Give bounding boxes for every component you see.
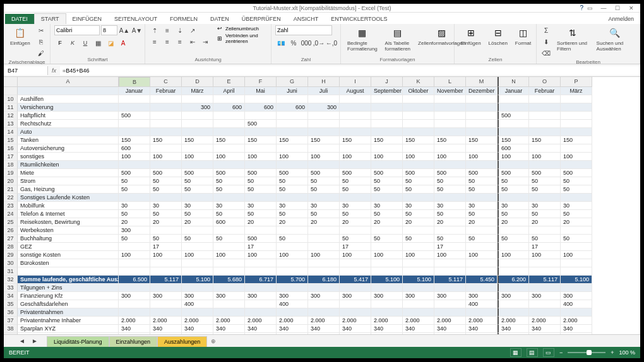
row-header[interactable]: 26 [4, 226, 18, 235]
cell[interactable]: 50 [340, 210, 371, 218]
cell[interactable] [434, 103, 466, 112]
cell[interactable]: 500 [119, 169, 150, 177]
cell[interactable]: 600 [277, 103, 308, 112]
cell[interactable]: 50 [340, 185, 371, 194]
fx-icon[interactable]: fx [48, 67, 60, 74]
cell[interactable]: 100 [182, 153, 213, 161]
orientation-icon[interactable]: ↗ [187, 25, 198, 35]
cell[interactable] [434, 226, 466, 235]
cell[interactable]: 100 [277, 251, 308, 259]
cell[interactable] [308, 128, 340, 136]
cell[interactable]: 500 [119, 112, 150, 120]
row-header[interactable] [4, 87, 18, 95]
cell[interactable]: 50 [466, 185, 498, 194]
cell[interactable]: 300 [308, 292, 340, 300]
tab-insert[interactable]: EINFÜGEN [66, 14, 109, 24]
cell[interactable] [119, 95, 150, 103]
cell[interactable] [466, 243, 498, 251]
align-top-icon[interactable]: ⇡ [149, 25, 160, 35]
cell[interactable] [371, 284, 403, 292]
cell[interactable] [529, 161, 561, 169]
cell[interactable] [150, 194, 182, 202]
cell[interactable] [245, 112, 277, 120]
col-header[interactable]: H [308, 77, 340, 87]
cell[interactable] [213, 226, 245, 235]
cell[interactable]: 2.000 [434, 317, 466, 325]
sheet-nav-prev-icon[interactable]: ◄ [16, 336, 28, 346]
cell[interactable]: 30 [182, 202, 213, 210]
cell[interactable] [245, 300, 277, 308]
cell[interactable]: 2.000 [466, 317, 498, 325]
cell[interactable]: 17 [529, 243, 561, 251]
row-label[interactable]: Telefon & Internet [18, 210, 119, 218]
cell[interactable]: 50 [213, 210, 245, 218]
cell[interactable]: 50 [529, 177, 561, 185]
cut-icon[interactable]: ✂ [35, 25, 47, 35]
cell[interactable]: 500 [245, 169, 277, 177]
row-label[interactable]: Aushilfen [18, 95, 119, 103]
font-color-icon[interactable]: A [117, 38, 129, 48]
cell[interactable] [340, 95, 371, 103]
page-break-view-icon[interactable]: ▭ [543, 348, 554, 357]
cell[interactable]: 20 [150, 218, 182, 226]
cell[interactable]: 25 [150, 333, 182, 334]
row-header[interactable]: 23 [4, 202, 18, 210]
row-label[interactable]: Mobilfunk [18, 202, 119, 210]
cell[interactable]: 25 [466, 333, 498, 334]
cell[interactable]: 20 [498, 218, 529, 226]
cell[interactable]: 25 [561, 333, 592, 334]
select-all[interactable] [4, 77, 18, 87]
format-cells-button[interactable]: ◫Format [513, 25, 534, 47]
cell[interactable]: 100 [371, 251, 403, 259]
cell[interactable] [466, 112, 498, 120]
row-label[interactable] [18, 267, 119, 276]
cell[interactable]: 50 [466, 210, 498, 218]
cell[interactable]: 50 [119, 177, 150, 185]
cell[interactable]: 100 [213, 153, 245, 161]
cell[interactable]: 100 [403, 153, 434, 161]
cell[interactable] [561, 161, 592, 169]
cell[interactable] [308, 235, 340, 243]
cell[interactable]: 50 [245, 185, 277, 194]
cell[interactable]: 300 [371, 292, 403, 300]
cell[interactable] [529, 112, 561, 120]
close-icon[interactable]: ✕ [625, 4, 638, 12]
cell[interactable]: 6.180 [308, 276, 340, 284]
cell[interactable] [403, 161, 434, 169]
cell[interactable] [150, 120, 182, 128]
cell[interactable] [466, 120, 498, 128]
row-header[interactable]: 37 [4, 317, 18, 325]
delete-cells-button[interactable]: ⊟Löschen [486, 25, 510, 47]
cell[interactable]: 500 [371, 169, 403, 177]
cell[interactable]: 50 [529, 235, 561, 243]
cell[interactable]: 100 [434, 153, 466, 161]
row-label[interactable]: Finanzierung Kfz [18, 292, 119, 300]
row-header[interactable]: 28 [4, 243, 18, 251]
cell[interactable]: 150 [529, 136, 561, 144]
cell[interactable] [371, 194, 403, 202]
sheet-nav-next-icon[interactable]: ► [29, 336, 40, 346]
cell[interactable]: 2.000 [213, 317, 245, 325]
cell[interactable] [434, 112, 466, 120]
cell[interactable] [340, 308, 371, 317]
cell[interactable] [561, 112, 592, 120]
row-header[interactable]: 19 [4, 169, 18, 177]
cell[interactable] [498, 120, 529, 128]
cell[interactable]: 400 [561, 300, 592, 308]
cell[interactable] [340, 300, 371, 308]
cell[interactable] [403, 120, 434, 128]
cell[interactable] [340, 103, 371, 112]
cell[interactable]: 340 [150, 325, 182, 333]
cell[interactable] [277, 243, 308, 251]
cell[interactable] [245, 194, 277, 202]
cell[interactable] [529, 259, 561, 267]
cell[interactable] [308, 194, 340, 202]
cell[interactable] [561, 103, 592, 112]
cell[interactable] [498, 128, 529, 136]
cell[interactable]: 300 [277, 292, 308, 300]
cell[interactable] [466, 226, 498, 235]
cell[interactable] [182, 144, 213, 153]
cell[interactable]: 50 [308, 210, 340, 218]
number-format-select[interactable] [275, 25, 332, 35]
cell[interactable]: 2.000 [529, 317, 561, 325]
